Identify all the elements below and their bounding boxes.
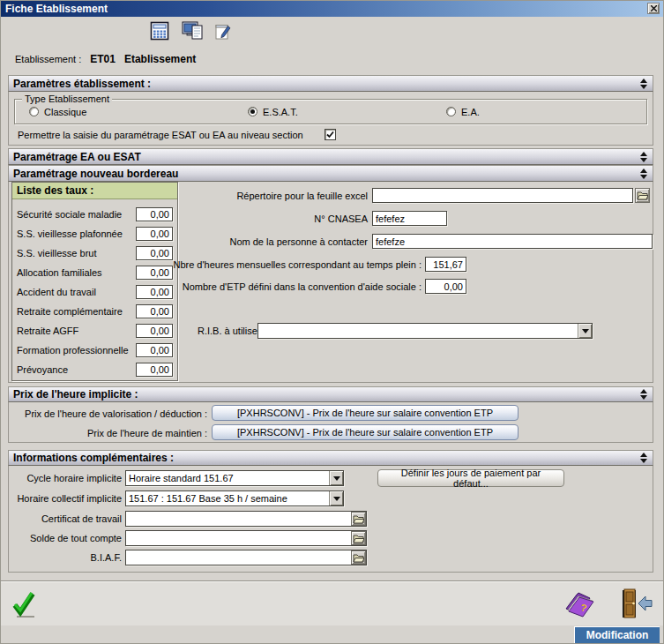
collapse-toggle-icon[interactable] <box>638 168 649 179</box>
certificat-input[interactable] <box>126 512 350 526</box>
cnasea-input[interactable] <box>372 211 447 226</box>
radio-classique-label[interactable]: Classique <box>44 107 86 117</box>
open-folder-icon <box>637 191 648 200</box>
taux-row: Retraite AGFF <box>17 323 173 338</box>
radio-esat-label[interactable]: E.S.A.T. <box>263 107 298 117</box>
taux-row: Retraite complémentaire <box>17 303 173 318</box>
validate-button[interactable] <box>11 590 38 624</box>
collapse-toggle-icon[interactable] <box>638 453 649 463</box>
etp-input[interactable] <box>425 279 466 294</box>
liste-des-taux-title: Liste des taux : <box>12 183 177 199</box>
rib-dropdown-button[interactable] <box>578 324 592 338</box>
prix-valorisation-button[interactable]: [PXHRSCONV] - Prix de l'heure sur salair… <box>212 405 519 421</box>
edit-note-icon <box>215 23 231 41</box>
taux-row: Prévoyance <box>17 362 173 377</box>
horaire-combobox[interactable]: 151.67 : 151.67 Base 35 h / semaine <box>125 490 344 506</box>
allow-section-label: Permettre la saisie du paramétrage ESAT … <box>18 130 303 140</box>
biaf-field <box>125 550 367 565</box>
section-title-infos: Informations complémentaires : <box>13 452 174 464</box>
certificat-browse-button[interactable] <box>351 512 366 526</box>
radio-ea[interactable] <box>446 107 456 116</box>
taux-label: Retraite complémentaire <box>17 306 123 317</box>
window-titlebar[interactable]: Fiche Etablissement <box>1 1 663 17</box>
solde-input[interactable] <box>126 531 350 545</box>
taux-input[interactable] <box>136 246 173 260</box>
section-header-prix[interactable]: Prix de l'heure implicite : <box>8 386 653 402</box>
collapse-toggle-icon[interactable] <box>638 152 649 162</box>
chevron-down-icon <box>333 476 340 481</box>
calculator-button[interactable] <box>147 19 172 42</box>
edit-note-button[interactable] <box>211 20 235 43</box>
taux-input[interactable] <box>136 304 173 318</box>
taux-row: Sécurité sociale maladie <box>17 206 173 221</box>
contact-input[interactable] <box>372 234 653 249</box>
prix-valorisation-label: Prix de l'heure de valorisation / déduct… <box>18 408 207 419</box>
taux-row: Formation professionnelle <box>17 342 173 357</box>
exit-button[interactable] <box>620 588 653 624</box>
open-folder-icon <box>353 553 364 563</box>
taux-label: Retraite AGFF <box>17 326 78 336</box>
allow-section-checkbox[interactable] <box>325 129 336 140</box>
help-button[interactable]: ? <box>563 590 599 624</box>
exit-door-icon <box>620 588 653 620</box>
taux-label: S.S. vieillesse plafonnée <box>17 228 123 239</box>
biaf-browse-button[interactable] <box>351 550 366 565</box>
rib-combobox[interactable] <box>257 323 593 339</box>
collapse-toggle-icon[interactable] <box>638 79 649 89</box>
radio-ea-label[interactable]: E.A. <box>461 107 480 117</box>
etablissement-name: Etablissement <box>124 53 196 65</box>
close-button[interactable] <box>647 3 660 14</box>
solde-browse-button[interactable] <box>351 531 366 545</box>
status-mode-text: Modification <box>586 629 649 641</box>
define-payment-days-button[interactable]: Définir les jours de paiement par défaut… <box>377 469 564 487</box>
prix-maintien-label: Prix de l'heure de maintien : <box>18 428 207 438</box>
collapse-toggle-icon[interactable] <box>638 389 649 400</box>
taux-input[interactable] <box>136 363 173 377</box>
section-title-ea-esat: Paramétrage EA ou ESAT <box>13 151 141 163</box>
repertoire-input[interactable] <box>372 188 633 203</box>
cycle-combobox-value: Horaire standard 151.67 <box>126 471 329 485</box>
solde-field <box>125 530 367 546</box>
cycle-dropdown-button[interactable] <box>329 471 343 485</box>
certificat-label: Certificat de travail <box>12 513 122 524</box>
type-etablissement-legend: Type Etablissement <box>22 94 112 104</box>
prix-maintien-button[interactable]: [PXHRSCONV] - Prix de l'heure sur salair… <box>212 424 519 440</box>
cycle-combobox[interactable]: Horaire standard 151.67 <box>125 470 344 486</box>
green-check-icon <box>11 590 38 620</box>
section-title-prix: Prix de l'heure implicite : <box>13 388 138 401</box>
etablissement-code: ET01 <box>90 53 116 65</box>
check-mark-icon <box>326 131 334 139</box>
contact-label: Nom de la personne à contacter <box>132 236 368 247</box>
chevron-down-icon <box>582 329 589 333</box>
solde-label: Solde de tout compte <box>12 533 122 543</box>
section-header-bordereau[interactable]: Paramétrage nouveau bordereau <box>8 165 653 182</box>
fiche-etablissement-window: Fiche Etablissement <box>0 0 664 644</box>
section-title-parametres: Paramètres établissement : <box>13 78 151 90</box>
heures-input[interactable] <box>425 257 466 272</box>
open-folder-icon <box>353 514 364 524</box>
taux-label: Prévoyance <box>17 364 68 375</box>
section-body-prix: Prix de l'heure de valorisation / déduct… <box>8 402 653 443</box>
section-body-bordereau: Liste des taux : Sécurité sociale maladi… <box>8 182 653 383</box>
taux-input[interactable] <box>136 343 173 357</box>
screen-report-button[interactable] <box>181 19 205 42</box>
repertoire-label: Répertoire pour la feuille excel <box>185 191 368 201</box>
certificat-field <box>125 511 367 527</box>
taux-input[interactable] <box>136 324 173 338</box>
taux-input[interactable] <box>136 207 173 221</box>
radio-classique[interactable] <box>29 107 39 116</box>
help-book-icon: ? <box>563 590 599 620</box>
screen-report-icon <box>182 20 205 41</box>
radio-esat[interactable] <box>248 107 257 116</box>
biaf-input[interactable] <box>126 550 350 565</box>
heures-label: Nbre d'heures mensuelles correspondant a… <box>18 259 422 270</box>
section-header-infos[interactable]: Informations complémentaires : <box>8 450 653 466</box>
repertoire-browse-button[interactable] <box>635 188 650 203</box>
horaire-dropdown-button[interactable] <box>329 491 343 505</box>
etablissement-identity-row: Etablissement : ET01 Etablissement <box>15 53 196 65</box>
section-header-parametres[interactable]: Paramètres établissement : <box>8 75 653 92</box>
calculator-icon <box>150 21 169 41</box>
window-title: Fiche Etablissement <box>5 3 108 15</box>
section-header-ea-esat[interactable]: Paramétrage EA ou ESAT <box>8 148 653 165</box>
section-body-infos: Cycle horaire implicite Horaire standard… <box>8 466 653 573</box>
